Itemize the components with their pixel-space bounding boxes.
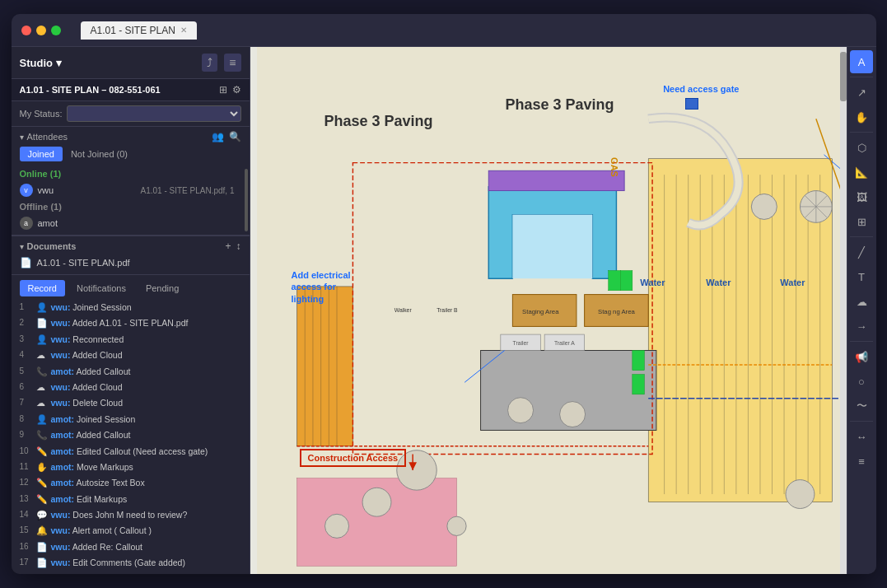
online-section: Online (1) v vwu A1.01 - SITE PLAN.pdf, … — [12, 166, 243, 235]
svg-text:Trailer A: Trailer A — [553, 340, 574, 346]
not-joined-tab[interactable]: Not Joined (0) — [63, 147, 136, 161]
status-row: My Status: — [12, 101, 250, 127]
pan-button[interactable]: ✋ — [850, 105, 873, 128]
record-content: vwu: Added Re: Callout — [51, 541, 143, 553]
markup-button[interactable]: A — [850, 50, 873, 73]
my-status-select[interactable] — [67, 105, 240, 122]
svg-point-42 — [446, 516, 465, 535]
share-session-icon[interactable]: ⊞ — [219, 84, 227, 96]
tab-pending[interactable]: Pending — [138, 280, 187, 296]
record-number: 1 — [20, 301, 33, 313]
tab-label: A1.01 - SITE PLAN — [91, 25, 175, 36]
joined-tab[interactable]: Joined — [20, 147, 63, 161]
chevron-docs-icon: ▾ — [20, 242, 24, 251]
record-user: vwu: — [51, 510, 71, 520]
config-session-icon[interactable]: ⚙ — [232, 84, 241, 96]
tab-site-plan[interactable]: A1.01 - SITE PLAN ✕ — [81, 21, 197, 40]
scroll-thumb[interactable] — [840, 52, 847, 101]
record-action: Added Cloud — [72, 350, 123, 360]
scroll-bar-attendees[interactable] — [245, 169, 248, 231]
record-item: 2 📄 vwu: Added A1.01 - SITE PLAN.pdf — [12, 315, 250, 331]
documents-section: ▾ Documents + ↕ 📄 A1.01 - SITE PLAN.pdf — [12, 236, 250, 274]
record-type-icon: ✋ — [36, 461, 48, 474]
chevron-icon: ▾ — [20, 133, 24, 142]
record-action: Joined Session — [77, 414, 135, 424]
record-type-icon: 📄 — [36, 317, 48, 329]
record-content: amot: Autosize Text Box — [51, 477, 145, 489]
record-user: vwu: — [51, 558, 71, 567]
record-type-icon: 📞 — [36, 573, 48, 574]
record-action: Does John M need to review? — [72, 510, 187, 520]
record-item: 1 👤 vwu: Joined Session — [12, 300, 250, 315]
add-attendee-icon[interactable]: 👥 — [212, 131, 224, 142]
record-number: 8 — [20, 413, 33, 425]
record-user: vwu: — [51, 318, 71, 328]
image-button[interactable]: 🖼 — [850, 185, 873, 208]
layers-button[interactable]: ≡ — [850, 450, 873, 473]
record-content: amot: Edited Callout (Need access gate) — [51, 446, 208, 458]
drawing-scrollbar[interactable] — [840, 47, 847, 574]
record-item: 9 📞 amot: Added Callout — [12, 427, 250, 443]
my-status-label: My Status: — [20, 109, 63, 119]
session-icons: ⊞ ⚙ — [219, 84, 241, 96]
close-window-button[interactable] — [21, 26, 31, 35]
toolbar-divider-5 — [850, 421, 873, 422]
record-content: amot: Added Callout — [51, 366, 131, 378]
minimize-window-button[interactable] — [36, 26, 46, 35]
record-item: 14 💬 vwu: Does John M need to review? — [12, 507, 250, 523]
record-type-icon: 📞 — [36, 366, 48, 378]
add-doc-icon[interactable]: + — [225, 240, 231, 252]
sort-doc-icon[interactable]: ↕ — [236, 240, 241, 252]
content-area: Studio ▾ ⤴ ≡ A1.01 - SITE PLAN – 082-551… — [12, 47, 876, 574]
maximize-window-button[interactable] — [51, 26, 61, 35]
resize-button[interactable]: ↔ — [850, 425, 873, 448]
record-number: 7 — [20, 397, 33, 408]
gate-box — [685, 98, 698, 110]
record-type-icon: 🔔 — [36, 525, 48, 537]
tab-close-button[interactable]: ✕ — [180, 26, 187, 35]
arrow-button[interactable]: → — [850, 315, 873, 338]
shapes-button[interactable]: ⬡ — [850, 136, 873, 159]
cloud-button[interactable]: ☁ — [850, 290, 873, 313]
pointer-button[interactable]: ↗ — [850, 81, 873, 104]
circle-button[interactable]: ○ — [850, 370, 873, 393]
doc-item-site-plan: 📄 A1.01 - SITE PLAN.pdf — [20, 255, 241, 270]
callout-button[interactable]: 📢 — [850, 345, 873, 368]
record-number: 17 — [20, 557, 33, 568]
record-type-icon: ✏️ — [36, 493, 48, 506]
wave-button[interactable]: 〜 — [850, 394, 873, 418]
record-type-icon: ☁ — [36, 381, 48, 394]
sidebar: Studio ▾ ⤴ ≡ A1.01 - SITE PLAN – 082-551… — [12, 47, 250, 574]
chevron-down-icon[interactable]: ▾ — [56, 57, 62, 69]
record-action: Move Markups — [77, 462, 133, 472]
text-button[interactable]: T — [850, 265, 873, 288]
record-user: amot: — [51, 494, 75, 504]
record-action: Edited Callout (Need access gate) — [77, 446, 208, 456]
record-content: amot: Added Callout — [51, 573, 131, 574]
window-controls — [21, 26, 61, 35]
share-icon[interactable]: ⤴ — [202, 54, 217, 72]
line-button[interactable]: ╱ — [850, 240, 873, 264]
tab-record[interactable]: Record — [20, 280, 65, 296]
svg-point-39 — [396, 450, 436, 490]
record-number: 12 — [20, 477, 33, 488]
record-content: amot: Edit Markups — [51, 493, 128, 506]
drawing-area[interactable]: Staging Area Stag ng Area Trailer Traile… — [250, 47, 847, 574]
record-content: vwu: Reconnected — [51, 334, 124, 346]
measure-button[interactable]: 📐 — [850, 161, 873, 184]
record-user: amot: — [51, 430, 75, 440]
offline-title: Offline (1) — [20, 202, 235, 212]
tab-notifications[interactable]: Notifications — [68, 280, 134, 296]
record-user: vwu: — [51, 382, 71, 392]
app-container: A1.01 - SITE PLAN ✕ Studio ▾ ⤴ ≡ A1.01 -… — [12, 14, 876, 574]
record-number: 15 — [20, 525, 33, 536]
record-type-icon: ☁ — [36, 349, 48, 362]
record-type-icon: 👤 — [36, 334, 48, 346]
record-user: vwu: — [51, 302, 71, 312]
grid-button[interactable]: ⊞ — [850, 210, 873, 233]
settings-icon[interactable]: ≡ — [224, 54, 240, 72]
search-attendee-icon[interactable]: 🔍 — [229, 131, 241, 142]
record-action: Added Callout — [76, 366, 130, 376]
attendees-actions: 👥 🔍 — [212, 131, 241, 142]
record-content: amot: Added Callout — [51, 429, 131, 441]
